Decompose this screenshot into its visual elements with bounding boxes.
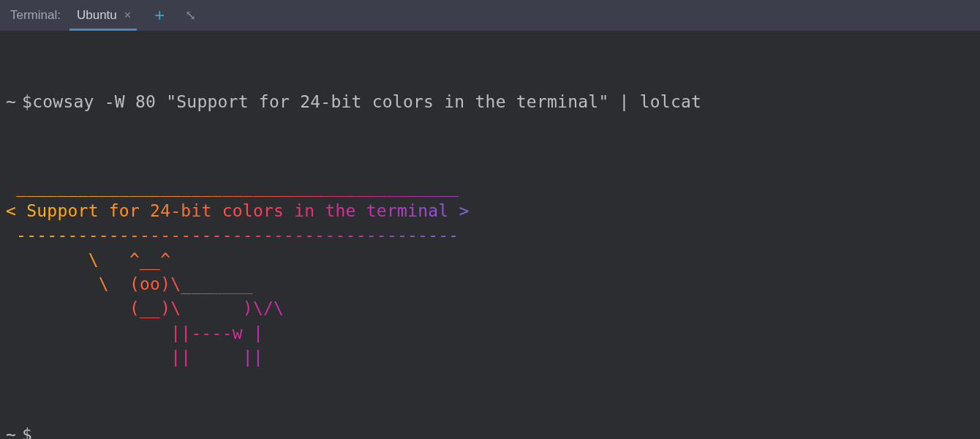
output-line: || ||	[6, 345, 974, 369]
output-line: ________________________________________…	[6, 175, 974, 199]
terminal-viewport[interactable]: ~$cowsay -W 80 "Support for 24-bit color…	[0, 31, 980, 439]
output-line: \ ^__^	[6, 248, 974, 272]
entered-command: cowsay -W 80 "Support for 24-bit colors …	[32, 92, 701, 111]
output-line: ----------------------------------------…	[6, 223, 974, 247]
close-icon[interactable]: ×	[123, 9, 132, 22]
command-output: ________________________________________…	[6, 175, 974, 370]
prompt-line-1: ~$cowsay -W 80 "Support for 24-bit color…	[6, 90, 974, 114]
prompt-tilde: ~	[6, 425, 16, 439]
output-line: \ (oo)\_______	[6, 272, 974, 296]
terminal-title-prefix: Terminal:	[10, 8, 62, 23]
prompt-tilde: ~	[6, 92, 16, 111]
output-line: < Support for 24-bit colors in the termi…	[6, 199, 974, 223]
prompt-dollar: $	[22, 425, 32, 439]
prompt-dollar: $	[22, 92, 32, 111]
new-tab-icon[interactable]: +	[144, 7, 175, 24]
terminal-tab-ubuntu[interactable]: Ubuntu ×	[67, 0, 140, 31]
output-line: ||----w |	[6, 321, 974, 345]
prompt-line-2: ~$	[6, 423, 974, 439]
terminal-tab-bar: Terminal: Ubuntu × + ⤢	[0, 0, 980, 31]
tab-label: Ubuntu	[77, 8, 117, 23]
expand-icon[interactable]: ⤢	[179, 7, 202, 23]
output-line: (__)\ )\/\	[6, 296, 974, 320]
